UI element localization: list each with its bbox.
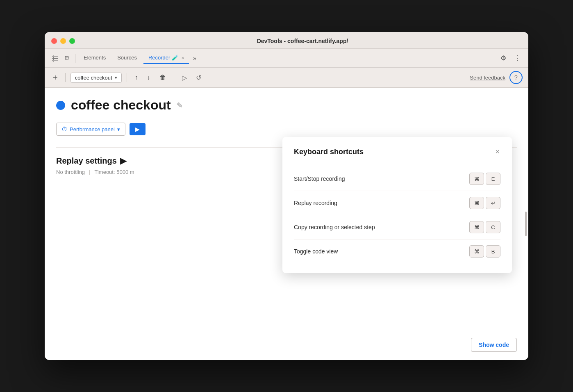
popup-header: Keyboard shortcuts ×: [294, 147, 500, 157]
shortcut-key-cmd-2: ⌘: [469, 221, 484, 233]
shortcut-keys-3: ⌘ B: [469, 245, 500, 258]
replay-button[interactable]: ↺: [193, 72, 204, 83]
replay-settings-arrow-icon: ▶: [120, 156, 126, 166]
upload-icon: ↑: [135, 74, 138, 81]
shortcut-key-cmd-1: ⌘: [469, 197, 484, 209]
cursor-tool-button[interactable]: ⬱: [50, 53, 61, 64]
toolbar-sep-2: [65, 73, 66, 82]
layers-icon: ⧉: [65, 55, 69, 62]
settings-button[interactable]: ⚙: [498, 52, 509, 64]
shortcut-keys-1: ⌘ ↵: [469, 197, 500, 209]
shortcut-key-b: B: [486, 245, 500, 258]
shortcut-label-2: Copy recording or selected step: [294, 224, 375, 230]
tab-close-icon[interactable]: ×: [182, 55, 184, 60]
shortcut-key-c: C: [486, 221, 500, 233]
performance-panel-chevron: ▾: [117, 126, 120, 132]
close-traffic-light[interactable]: [51, 38, 57, 44]
performance-panel-label: Performance panel: [70, 126, 115, 132]
shortcut-label-3: Toggle code view: [294, 248, 338, 255]
recording-title: coffee checkout: [71, 98, 171, 113]
title-bar: DevTools - coffee-cart.netlify.app/: [45, 32, 528, 49]
play-recording-button[interactable]: ▶: [130, 123, 146, 135]
scrollbar[interactable]: [525, 212, 527, 236]
import-button[interactable]: ↓: [144, 72, 153, 83]
shortcut-row-start-stop: Start/Stop recording ⌘ E: [294, 167, 500, 191]
recording-dropdown-icon[interactable]: ▾: [115, 75, 117, 80]
keyboard-shortcuts-popup: Keyboard shortcuts × Start/Stop recordin…: [282, 137, 512, 273]
popup-title: Keyboard shortcuts: [294, 148, 364, 156]
recording-name-container: coffee checkout ▾: [70, 73, 122, 83]
timeout-label: Timeout: 5000 m: [94, 169, 134, 175]
performance-panel-button[interactable]: ⏱ Performance panel ▾: [56, 123, 125, 136]
layers-button[interactable]: ⧉: [62, 53, 72, 64]
more-tabs-icon: »: [193, 55, 196, 62]
play-step-icon: ▷: [182, 74, 187, 81]
popup-close-button[interactable]: ×: [494, 147, 500, 157]
shortcut-keys-0: ⌘ E: [469, 173, 500, 185]
gear-icon: ⚙: [500, 54, 506, 62]
window-title: DevTools - coffee-cart.netlify.app/: [83, 38, 522, 44]
toolbar-sep-4: [174, 73, 174, 82]
devtools-window: DevTools - coffee-cart.netlify.app/ ⬱ ⧉ …: [45, 32, 528, 360]
throttle-label: No throttling: [56, 169, 85, 175]
toolbar-right-actions: Send feedback ?: [470, 71, 523, 84]
show-code-button[interactable]: Show code: [471, 338, 517, 352]
help-button[interactable]: ?: [509, 71, 523, 84]
play-step-button[interactable]: ▷: [179, 72, 190, 83]
minimize-traffic-light[interactable]: [60, 38, 66, 44]
recorder-toolbar: + coffee checkout ▾ ↑ ↓ 🗑 ▷ ↺ Send feedb…: [45, 68, 528, 88]
cursor-icon: ⬱: [52, 55, 58, 62]
shortcut-row-toggle-code: Toggle code view ⌘ B: [294, 239, 500, 263]
shortcut-key-cmd-0: ⌘: [469, 173, 484, 185]
maximize-traffic-light[interactable]: [69, 38, 75, 44]
more-vert-icon: ⋮: [514, 54, 521, 62]
traffic-lights: [51, 38, 75, 44]
devtools-toolbar: ⬱ ⧉ Elements Sources Recorder 🧪 × » ⚙ ⋮: [45, 49, 528, 68]
shortcut-row-replay: Replay recording ⌘ ↵: [294, 191, 500, 215]
shortcut-label-1: Replay recording: [294, 200, 337, 206]
send-feedback-button[interactable]: Send feedback: [470, 75, 505, 81]
play-icon: ▶: [135, 126, 140, 132]
performance-icon: ⏱: [61, 126, 67, 132]
shortcut-label-0: Start/Stop recording: [294, 175, 345, 182]
toolbar-sep-3: [127, 73, 127, 82]
replay-settings-label: Replay settings: [56, 156, 117, 166]
toolbar-right: ⚙ ⋮: [498, 52, 523, 64]
tab-elements[interactable]: Elements: [79, 52, 111, 64]
delete-icon: 🗑: [159, 74, 166, 81]
shortcuts-list: Start/Stop recording ⌘ E Replay recordin…: [294, 167, 500, 263]
download-icon: ↓: [147, 74, 150, 81]
shortcut-keys-2: ⌘ C: [469, 221, 500, 233]
recording-active-dot: [56, 101, 65, 110]
shortcut-key-cmd-3: ⌘: [469, 245, 484, 258]
main-content: coffee checkout ✎ ⏱ Performance panel ▾ …: [45, 88, 528, 360]
tab-recorder[interactable]: Recorder 🧪 ×: [143, 52, 189, 64]
toolbar-separator: [75, 54, 75, 63]
more-options-button[interactable]: ⋮: [512, 52, 523, 64]
export-button[interactable]: ↑: [132, 72, 141, 83]
tab-sources[interactable]: Sources: [112, 52, 142, 64]
shortcut-key-e: E: [486, 173, 500, 185]
recorder-flask-icon: 🧪: [172, 55, 178, 61]
subtitle-separator: |: [89, 169, 90, 175]
recording-name-label: coffee checkout: [75, 75, 112, 81]
performance-panel-row: ⏱ Performance panel ▾ ▶: [56, 123, 517, 136]
recording-header: coffee checkout ✎: [56, 98, 517, 113]
edit-title-icon[interactable]: ✎: [177, 101, 183, 110]
replay-icon: ↺: [196, 74, 201, 81]
delete-recording-button[interactable]: 🗑: [157, 72, 169, 83]
popup-close-icon: ×: [495, 148, 500, 156]
more-tabs-button[interactable]: »: [191, 53, 199, 63]
shortcut-row-copy: Copy recording or selected step ⌘ C: [294, 215, 500, 239]
shortcut-key-enter: ↵: [486, 197, 500, 209]
help-question-icon: ?: [514, 74, 518, 81]
add-recording-button[interactable]: +: [50, 72, 60, 83]
